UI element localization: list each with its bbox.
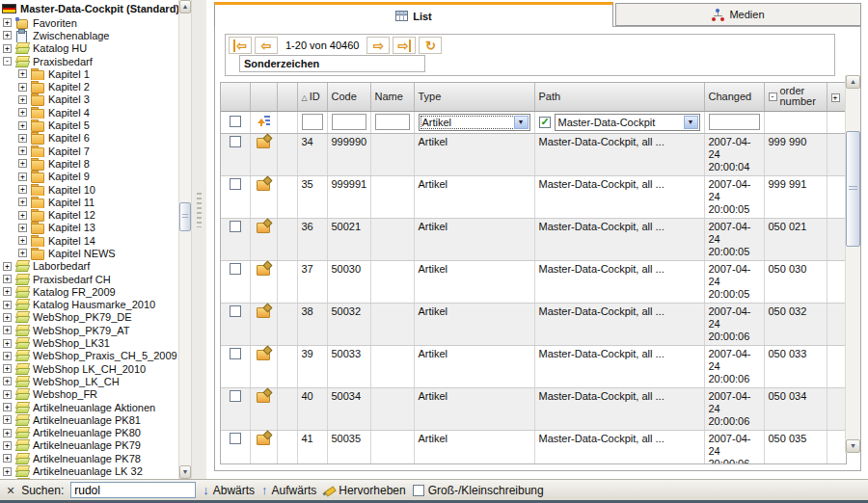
header-order-number[interactable]: -order number: [764, 83, 827, 111]
expand-icon[interactable]: +: [3, 339, 12, 348]
tree-item[interactable]: +Kapitel 9: [0, 171, 178, 183]
expand-icon[interactable]: +: [3, 326, 12, 334]
group-sort-icon[interactable]: [257, 115, 270, 127]
tree-root-item[interactable]: Master-Data-Cockpit (Standard): [0, 0, 191, 14]
tree-item[interactable]: +Zwischenablage: [0, 29, 178, 41]
tree-item[interactable]: +Kapitel 10: [0, 183, 178, 196]
tree-item-label[interactable]: Praxisbedarf: [33, 56, 93, 67]
collapse-column-icon[interactable]: -: [769, 93, 777, 101]
row-checkbox[interactable]: [230, 221, 241, 232]
tree-item-label[interactable]: Zwischenablage: [33, 30, 110, 41]
tree-item-label[interactable]: Artikelneuanlage PK80: [33, 427, 141, 438]
tree-item[interactable]: +WebShop_LK31: [0, 336, 178, 349]
tree-item[interactable]: +Artikelneuanlage PK81: [0, 413, 178, 426]
tree-item[interactable]: +Kapitel 3: [0, 93, 178, 106]
expand-icon[interactable]: +: [18, 159, 27, 168]
splitter-grip[interactable]: [197, 193, 202, 227]
next-page-button[interactable]: ⇨: [366, 37, 390, 54]
expand-icon[interactable]: +: [18, 198, 27, 206]
tree-item[interactable]: +Kapitel 4: [0, 106, 178, 119]
chevron-down-icon[interactable]: ▼: [684, 116, 698, 129]
expand-icon[interactable]: +: [18, 83, 27, 92]
tree-item[interactable]: +Artikelneuanlage PK79: [0, 439, 178, 452]
header-add-column[interactable]: +: [827, 83, 846, 111]
tree-item-label[interactable]: Artikelneuanlage Aktionen: [33, 402, 155, 413]
tree-item-label[interactable]: Kapitel 9: [48, 171, 90, 182]
expand-icon[interactable]: +: [18, 121, 27, 130]
table-row[interactable]: 4150035ArtikelMaster-Data-Cockpit, all .…: [221, 430, 846, 464]
changed-filter-input[interactable]: [709, 114, 760, 130]
tree-item-label[interactable]: Kapitel 11: [48, 197, 95, 208]
expand-icon[interactable]: +: [3, 275, 12, 283]
row-checkbox[interactable]: [230, 305, 241, 317]
tree-item[interactable]: +Kapitel 13: [0, 222, 178, 234]
previous-page-button[interactable]: ⇦: [255, 37, 278, 54]
tree-item-label[interactable]: Kapitel 7: [48, 146, 90, 157]
tree-item[interactable]: +Kapitel 7: [0, 145, 178, 157]
table-row[interactable]: 34999990ArtikelMaster-Data-Cockpit, all …: [221, 133, 846, 175]
tree-item-label[interactable]: WebShop_PK79_AT: [33, 325, 130, 336]
expand-icon[interactable]: +: [3, 377, 12, 385]
expand-icon[interactable]: +: [3, 313, 12, 322]
tree-item-label[interactable]: Praxisbedarf CH: [33, 274, 111, 285]
tree-item-label[interactable]: Kapitel 5: [48, 119, 90, 131]
tree-item-label[interactable]: Kapitel 14: [48, 235, 95, 247]
chevron-down-icon[interactable]: ▼: [514, 116, 529, 129]
expand-icon[interactable]: +: [3, 18, 12, 27]
tree-item[interactable]: +Praxisbedarf CH: [0, 273, 178, 285]
tree-item[interactable]: +Artikelneuanlage PK80: [0, 427, 178, 439]
tree-item[interactable]: +Kapitel 11: [0, 196, 178, 208]
tree-item[interactable]: +Katalog FR_2009: [0, 285, 178, 298]
table-row[interactable]: 3950033ArtikelMaster-Data-Cockpit, all .…: [221, 345, 846, 387]
match-case-checkbox[interactable]: [413, 485, 424, 496]
tree-item-label[interactable]: Katalog HU: [33, 42, 87, 54]
tree-item[interactable]: +Artikelneuanlage LK 32: [0, 464, 178, 477]
tree-scrollbar[interactable]: ▲ ▼: [178, 0, 191, 479]
tree-item-label[interactable]: Kapitel 4: [48, 107, 90, 119]
tab-medien[interactable]: Medien: [615, 3, 861, 26]
expand-icon[interactable]: +: [3, 364, 12, 373]
tree-item-label[interactable]: Kapitel 3: [48, 93, 90, 105]
tree-item-label[interactable]: Kapitel 10: [48, 184, 95, 196]
scroll-down-icon[interactable]: ▼: [846, 439, 860, 453]
tree-item[interactable]: +Kapitel 5: [0, 119, 178, 131]
table-row[interactable]: 3750030ArtikelMaster-Data-Cockpit, all .…: [221, 260, 846, 303]
row-checkbox[interactable]: [230, 433, 241, 444]
tree-item-label[interactable]: Kapitel 12: [48, 209, 95, 221]
expand-icon[interactable]: +: [18, 172, 27, 181]
tree-item-label[interactable]: Kapitel 6: [48, 132, 90, 144]
expand-icon[interactable]: +: [18, 69, 27, 78]
expand-icon[interactable]: +: [3, 301, 12, 309]
tree-item-label[interactable]: WebShop_LK_CH: [33, 376, 120, 387]
tree-item-label[interactable]: Kapitel 1: [48, 68, 90, 80]
tree-item[interactable]: +Katalog HU: [0, 42, 178, 55]
row-checkbox[interactable]: [230, 390, 241, 402]
tree-item-label[interactable]: WebShop LK_CH_2010: [33, 363, 146, 375]
tab-list[interactable]: List: [214, 2, 613, 27]
tree-item[interactable]: +WebShop LK_CH_2010: [0, 362, 178, 375]
tree-item-label[interactable]: Kapitel 13: [48, 222, 95, 233]
header-name[interactable]: Name: [370, 83, 414, 111]
tree-item-label[interactable]: Artikelneuanlage PK79: [33, 439, 141, 451]
tree-item-label[interactable]: WebShop_PK79_DE: [33, 311, 132, 323]
path-filter-select[interactable]: Master-Data-Cockpit ▼: [555, 114, 700, 131]
table-row[interactable]: 3650021ArtikelMaster-Data-Cockpit, all .…: [221, 218, 846, 260]
tree-item[interactable]: +Kapitel 2: [0, 80, 178, 93]
id-filter-input[interactable]: [302, 114, 323, 130]
tree-item-label[interactable]: WebShop_Praxis_CH_5_2009: [33, 350, 177, 361]
tree-item[interactable]: +Favoriten: [0, 16, 178, 29]
expand-icon[interactable]: +: [18, 185, 27, 194]
tree-item-label[interactable]: Artikelneuanlage LK 32: [33, 465, 143, 477]
list-scrollbar-thumb[interactable]: [846, 131, 860, 247]
tree-item[interactable]: +Kapitel 1: [0, 67, 178, 80]
search-input[interactable]: [70, 482, 196, 498]
expand-icon[interactable]: +: [3, 352, 12, 360]
tree-item-label[interactable]: Katalog FR_2009: [33, 286, 116, 298]
expand-icon[interactable]: +: [3, 403, 12, 411]
tree-item-label[interactable]: WebShop_LK31: [33, 337, 110, 349]
tree-item[interactable]: +WebShop_PK79_DE: [0, 311, 178, 324]
table-row[interactable]: 4050034ArtikelMaster-Data-Cockpit, all .…: [221, 387, 846, 430]
header-changed[interactable]: Changed: [704, 83, 764, 111]
tree-item-label[interactable]: Artikelneuanlage PK81: [33, 414, 141, 426]
header-type[interactable]: Type: [414, 83, 534, 111]
